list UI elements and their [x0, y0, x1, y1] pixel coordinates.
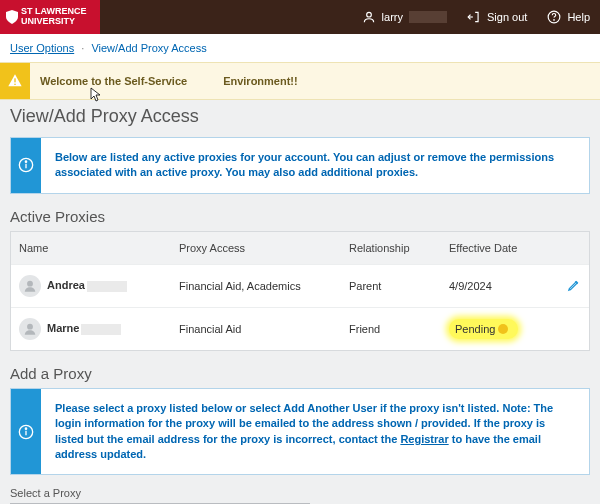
registrar-link[interactable]: Registrar	[400, 433, 448, 445]
shield-icon	[6, 10, 18, 24]
active-proxies-table: Name Proxy Access Relationship Effective…	[10, 231, 590, 351]
svg-point-7	[25, 161, 26, 162]
col-relationship: Relationship	[341, 232, 441, 264]
pencil-icon	[567, 278, 581, 292]
info-icon	[11, 138, 41, 193]
svg-point-12	[25, 428, 26, 429]
cursor-icon	[90, 87, 102, 103]
breadcrumb-separator: ·	[81, 42, 84, 54]
edit-button[interactable]	[567, 282, 581, 294]
proxy-relationship: Parent	[341, 270, 441, 302]
active-proxies-info-text: Below are listed any active proxies for …	[41, 138, 589, 193]
avatar	[19, 275, 41, 297]
proxy-relationship: Friend	[341, 313, 441, 345]
banner-text: Welcome to the Self-ServiceEnvironment!!	[30, 63, 308, 99]
col-access: Proxy Access	[171, 232, 341, 264]
proxy-date: 4/9/2024	[441, 270, 541, 302]
select-proxy-label: Select a Proxy	[10, 487, 590, 499]
info-icon	[11, 389, 41, 475]
welcome-banner: Welcome to the Self-ServiceEnvironment!!	[0, 62, 600, 100]
breadcrumb: User Options · View/Add Proxy Access	[0, 34, 600, 62]
table-row: Marne Financial Aid Friend Pending	[11, 307, 589, 350]
table-row: Andrea Financial Aid, Academics Parent 4…	[11, 264, 589, 307]
help-button[interactable]: Help	[537, 0, 600, 34]
col-name: Name	[11, 232, 171, 264]
add-proxy-info-text: Please select a proxy listed below or se…	[41, 389, 589, 475]
svg-point-8	[27, 281, 33, 287]
warning-dot-icon	[498, 324, 508, 334]
page-title: View/Add Proxy Access	[10, 106, 590, 127]
logo[interactable]: ST LAWRENCE UNIVERSITY	[0, 0, 100, 34]
breadcrumb-root[interactable]: User Options	[10, 42, 74, 54]
user-menu[interactable]: larry	[352, 0, 457, 34]
user-name: larry	[382, 11, 403, 23]
help-icon	[547, 10, 561, 24]
svg-point-2	[554, 20, 555, 21]
status-badge: Pending	[449, 319, 518, 339]
redacted-block	[409, 11, 447, 23]
user-icon	[362, 10, 376, 24]
top-bar: ST LAWRENCE UNIVERSITY larry Sign out He…	[0, 0, 600, 34]
redacted-block	[87, 281, 127, 292]
avatar	[19, 318, 41, 340]
active-proxies-heading: Active Proxies	[10, 208, 590, 225]
svg-rect-4	[14, 84, 15, 85]
proxy-access: Financial Aid	[171, 313, 341, 345]
table-header: Name Proxy Access Relationship Effective…	[11, 232, 589, 264]
col-effective-date: Effective Date	[441, 232, 541, 264]
proxy-name: Andrea	[47, 279, 85, 291]
sign-out-icon	[467, 10, 481, 24]
add-proxy-heading: Add a Proxy	[10, 365, 590, 382]
svg-rect-3	[14, 78, 15, 82]
add-proxy-info: Please select a proxy listed below or se…	[10, 388, 590, 476]
logo-text: ST LAWRENCE UNIVERSITY	[21, 7, 94, 27]
alert-icon	[0, 63, 30, 99]
active-proxies-info: Below are listed any active proxies for …	[10, 137, 590, 194]
svg-point-0	[366, 12, 371, 17]
proxy-access: Financial Aid, Academics	[171, 270, 341, 302]
redacted-block	[81, 324, 121, 335]
sign-out-button[interactable]: Sign out	[457, 0, 537, 34]
svg-point-9	[27, 324, 33, 330]
breadcrumb-current: View/Add Proxy Access	[91, 42, 206, 54]
proxy-name: Marne	[47, 322, 79, 334]
